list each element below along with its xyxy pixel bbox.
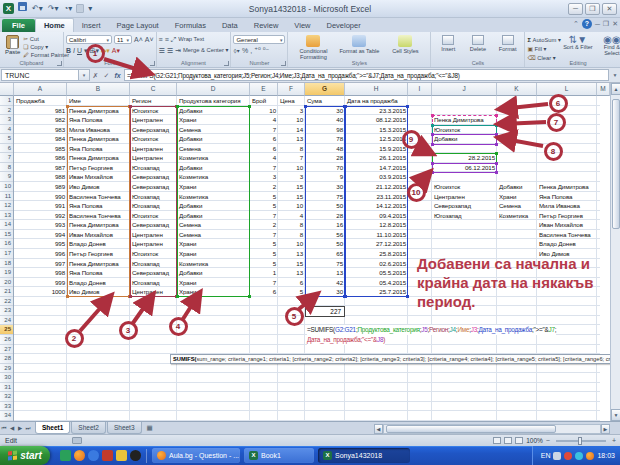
cell-B18[interactable]: Пенка Димитрова <box>67 259 130 269</box>
conditional-formatting-button[interactable]: Conditional Formatting <box>290 34 336 61</box>
cell-G14[interactable]: 16 <box>305 220 345 230</box>
cell-G17[interactable]: 65 <box>305 249 345 259</box>
font-dialog-launcher[interactable] <box>150 61 155 66</box>
cell-A16[interactable]: 995 <box>14 239 67 249</box>
cell-C10[interactable]: Северозапад <box>130 182 177 192</box>
cell-H18[interactable]: 02.6.2015 <box>345 259 408 269</box>
cell-B14[interactable]: Пенка Димитрова <box>67 220 130 230</box>
cell-J5[interactable]: Добавки <box>432 134 497 144</box>
scroll-up-icon[interactable]: ▲ <box>611 83 620 95</box>
cell-D8[interactable]: Добавки <box>177 163 250 173</box>
cell-G16[interactable]: 50 <box>305 239 345 249</box>
cell-F20[interactable]: 6 <box>278 278 305 288</box>
cell-G18[interactable]: 75 <box>305 259 345 269</box>
indent-icon[interactable]: ⇥ <box>175 46 181 55</box>
cell-A6[interactable]: 985 <box>14 144 67 154</box>
cell-G15[interactable]: 56 <box>305 230 345 240</box>
page-layout-view-icon[interactable] <box>504 437 512 444</box>
cell-G3[interactable]: 40 <box>305 115 345 125</box>
ribbon-tab-home[interactable]: Home <box>35 18 74 32</box>
cell-C18[interactable]: Югозапад <box>130 259 177 269</box>
close-button[interactable]: ✕ <box>602 3 617 15</box>
tray-firefox-icon[interactable] <box>586 452 594 460</box>
app-icon-3[interactable] <box>130 450 141 461</box>
cell-H20[interactable]: 05.4.2015 <box>345 278 408 288</box>
cell-H10[interactable]: 21.12.2015 <box>345 182 408 192</box>
first-sheet-icon[interactable]: ⏮ <box>0 425 8 432</box>
column-header-I[interactable]: I <box>408 83 432 96</box>
cell-E19[interactable]: 1 <box>250 268 278 278</box>
ribbon-tab-review[interactable]: Review <box>246 19 287 32</box>
cell-F4[interactable]: 14 <box>278 125 305 135</box>
row-header-1[interactable]: 1 <box>0 96 13 106</box>
save-button[interactable] <box>17 2 28 15</box>
clipboard-dialog-launcher[interactable] <box>57 61 62 66</box>
cell-H4[interactable]: 15.3.2015 <box>345 125 408 135</box>
cell-D16[interactable]: Храни <box>177 239 250 249</box>
cell-B19[interactable]: Яна Попова <box>67 268 130 278</box>
paste-button[interactable]: Paste <box>2 34 23 56</box>
scroll-left-icon[interactable]: ◀ <box>374 424 383 434</box>
cell-G7[interactable]: 28 <box>305 153 345 163</box>
cell-A10[interactable]: 989 <box>14 182 67 192</box>
cell-A4[interactable]: 983 <box>14 125 67 135</box>
bold-button[interactable]: B <box>66 46 71 55</box>
tray-icon-messenger[interactable] <box>575 452 583 460</box>
italic-button[interactable]: I <box>73 46 75 55</box>
cell-F17[interactable]: 13 <box>278 249 305 259</box>
cell-G13[interactable]: 28 <box>305 211 345 221</box>
column-header-D[interactable]: D <box>177 83 250 96</box>
row-header-25[interactable]: 25 <box>0 325 13 335</box>
cell-H21[interactable]: 25.7.2015 <box>345 287 408 297</box>
cell-C7[interactable]: Централен <box>130 153 177 163</box>
cell-A15[interactable]: 994 <box>14 230 67 240</box>
horizontal-scroll-thumb[interactable] <box>386 425 556 433</box>
page-break-view-icon[interactable] <box>515 437 523 444</box>
cell-J4[interactable]: Югоизток <box>432 125 497 135</box>
cell-G2[interactable]: 30 <box>305 106 345 116</box>
cell-E7[interactable]: 4 <box>250 153 278 163</box>
cell-B9[interactable]: Иван Михайлов <box>67 172 130 182</box>
app-icon-2[interactable] <box>102 450 113 461</box>
row-header-21[interactable]: 21 <box>0 287 13 297</box>
help-icon[interactable]: ? <box>582 19 592 29</box>
cell-E10[interactable]: 2 <box>250 182 278 192</box>
cell-E20[interactable]: 7 <box>250 278 278 288</box>
cell-H6[interactable]: 15.9.2015 <box>345 144 408 154</box>
row-header-4[interactable]: 4 <box>0 125 13 135</box>
cell-J8[interactable]: 06.12.2015 <box>432 163 497 173</box>
cell-H9[interactable]: 03.9.2015 <box>345 172 408 182</box>
confirm-entry-icon[interactable]: ✓ <box>101 69 112 82</box>
cell-C4[interactable]: Северозапад <box>130 125 177 135</box>
row-header-34[interactable]: 34 <box>0 411 13 421</box>
select-all-corner[interactable] <box>0 83 14 96</box>
grow-font-icon[interactable]: A˄ <box>134 35 143 44</box>
cell-L14[interactable]: Иван Михайлов <box>537 220 597 230</box>
cell-F10[interactable]: 15 <box>278 182 305 192</box>
column-header-A[interactable]: A <box>14 83 67 96</box>
cell-D18[interactable]: Козметика <box>177 259 250 269</box>
internet-explorer-icon[interactable] <box>88 450 99 461</box>
cell-H19[interactable]: 05.5.2015 <box>345 268 408 278</box>
tray-icon-shield[interactable] <box>564 452 572 460</box>
row-header-10[interactable]: 10 <box>0 182 13 192</box>
row-header-column[interactable]: 1234567891011121314151617181920212223242… <box>0 96 14 421</box>
copy-button[interactable]: ❏ Copy ▾ <box>23 44 69 51</box>
ribbon-tab-data[interactable]: Data <box>214 19 246 32</box>
cell-A12[interactable]: 991 <box>14 201 67 211</box>
collapse-ribbon-icon[interactable]: ⌃ <box>573 20 579 28</box>
cell-B6[interactable]: Яна Попова <box>67 144 130 154</box>
ribbon-tab-insert[interactable]: Insert <box>74 19 109 32</box>
cell-J12[interactable]: Северозапад <box>432 201 497 211</box>
row-header-16[interactable]: 16 <box>0 239 13 249</box>
cell-C14[interactable]: Северозапад <box>130 220 177 230</box>
row-header-11[interactable]: 11 <box>0 192 13 202</box>
column-header-E[interactable]: E <box>250 83 278 96</box>
cell-K10[interactable]: Добавки <box>497 182 537 192</box>
row-header-9[interactable]: 9 <box>0 172 13 182</box>
merge-center-button[interactable]: Merge & Center ▾ <box>183 47 228 54</box>
cell-C6[interactable]: Централен <box>130 144 177 154</box>
vertical-scroll-thumb[interactable] <box>612 99 620 229</box>
row-header-33[interactable]: 33 <box>0 402 13 412</box>
cell-E12[interactable]: 5 <box>250 201 278 211</box>
